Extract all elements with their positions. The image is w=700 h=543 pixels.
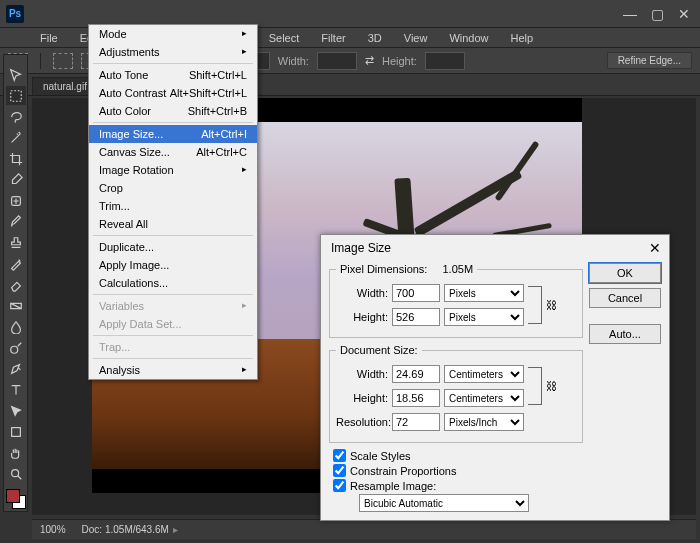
height-label: Height:	[382, 55, 417, 67]
eraser-tool-icon[interactable]	[6, 275, 26, 294]
resolution-input[interactable]	[392, 413, 440, 431]
document-size-group: Document Size: Width: Centimeters Height…	[329, 344, 583, 443]
constrain-checkbox[interactable]	[333, 464, 346, 477]
menu-item-crop[interactable]: Crop	[89, 179, 257, 197]
pixel-dimensions-label: Pixel Dimensions:	[340, 263, 427, 275]
menu-item-apply-image[interactable]: Apply Image...	[89, 256, 257, 274]
eyedropper-tool-icon[interactable]	[6, 170, 26, 189]
menu-item-trim[interactable]: Trim...	[89, 197, 257, 215]
marquee-rect-icon[interactable]	[53, 53, 73, 69]
window-controls: — ▢ ✕	[623, 7, 694, 21]
px-height-input[interactable]	[392, 308, 440, 326]
px-width-label: Width:	[336, 287, 388, 299]
px-width-input[interactable]	[392, 284, 440, 302]
wand-tool-icon[interactable]	[6, 128, 26, 147]
stamp-tool-icon[interactable]	[6, 233, 26, 252]
history-brush-tool-icon[interactable]	[6, 254, 26, 273]
menu-select[interactable]: Select	[261, 30, 308, 46]
maximize-button[interactable]: ▢	[651, 7, 664, 21]
menu-item-apply-data-set: Apply Data Set...	[89, 315, 257, 333]
px-link-icon[interactable]: ⛓	[546, 299, 556, 311]
type-tool-icon[interactable]	[6, 380, 26, 399]
path-select-tool-icon[interactable]	[6, 401, 26, 420]
blur-tool-icon[interactable]	[6, 317, 26, 336]
height-input[interactable]	[425, 52, 465, 70]
cancel-button[interactable]: Cancel	[589, 288, 661, 308]
doc-info-value: 1.05M/643.6M	[105, 524, 169, 535]
menu-item-image-rotation[interactable]: Image Rotation	[89, 161, 257, 179]
menu-3d[interactable]: 3D	[360, 30, 390, 46]
svg-point-3	[10, 346, 17, 353]
scale-styles-checkbox[interactable]	[333, 449, 346, 462]
doc-height-unit[interactable]: Centimeters	[444, 389, 524, 407]
svg-rect-0	[10, 90, 21, 101]
brush-tool-icon[interactable]	[6, 212, 26, 231]
resample-checkbox[interactable]	[333, 479, 346, 492]
svg-point-5	[11, 469, 18, 476]
menu-file[interactable]: File	[32, 30, 66, 46]
menu-item-reveal-all[interactable]: Reveal All	[89, 215, 257, 233]
close-button[interactable]: ✕	[678, 7, 690, 21]
gradient-tool-icon[interactable]	[6, 296, 26, 315]
px-link-bracket	[528, 286, 542, 324]
doc-link-icon[interactable]: ⛓	[546, 380, 556, 392]
pen-tool-icon[interactable]	[6, 359, 26, 378]
menu-item-duplicate[interactable]: Duplicate...	[89, 238, 257, 256]
hand-tool-icon[interactable]	[6, 443, 26, 462]
minimize-button[interactable]: —	[623, 7, 637, 21]
constrain-label: Constrain Proportions	[350, 465, 456, 477]
dialog-close-icon[interactable]: ✕	[649, 241, 661, 255]
toolbox	[3, 54, 28, 512]
zoom-tool-icon[interactable]	[6, 464, 26, 483]
color-swatch[interactable]	[6, 489, 26, 509]
resolution-label: Resolution:	[336, 416, 388, 428]
image-size-dialog: Image Size ✕ Pixel Dimensions: 1.05M Wid…	[320, 234, 670, 521]
image-menu-dropdown: Mode Adjustments Auto ToneShift+Ctrl+L A…	[88, 24, 258, 380]
px-height-unit[interactable]: Pixels	[444, 308, 524, 326]
width-label: Width:	[278, 55, 309, 67]
menu-item-auto-contrast[interactable]: Auto ContrastAlt+Shift+Ctrl+L	[89, 84, 257, 102]
swap-icon[interactable]: ⇄	[365, 54, 374, 67]
refine-edge-button[interactable]: Refine Edge...	[607, 52, 692, 69]
menu-item-analysis[interactable]: Analysis	[89, 361, 257, 379]
pixel-dimensions-group: Pixel Dimensions: 1.05M Width: Pixels He…	[329, 263, 583, 338]
menu-item-variables: Variables	[89, 297, 257, 315]
menu-item-mode[interactable]: Mode	[89, 25, 257, 43]
menu-view[interactable]: View	[396, 30, 436, 46]
zoom-level[interactable]: 100%	[40, 524, 66, 535]
doc-link-bracket	[528, 367, 542, 405]
menu-window[interactable]: Window	[441, 30, 496, 46]
width-input[interactable]	[317, 52, 357, 70]
resample-label: Resample Image:	[350, 480, 436, 492]
doc-height-input[interactable]	[392, 389, 440, 407]
crop-tool-icon[interactable]	[6, 149, 26, 168]
move-tool-icon[interactable]	[6, 65, 26, 84]
doc-width-unit[interactable]: Centimeters	[444, 365, 524, 383]
px-width-unit[interactable]: Pixels	[444, 284, 524, 302]
heal-tool-icon[interactable]	[6, 191, 26, 210]
app-logo: Ps	[6, 5, 24, 23]
auto-button[interactable]: Auto...	[589, 324, 661, 344]
menu-item-auto-color[interactable]: Auto ColorShift+Ctrl+B	[89, 102, 257, 120]
menu-help[interactable]: Help	[503, 30, 542, 46]
menu-item-canvas-size[interactable]: Canvas Size...Alt+Ctrl+C	[89, 143, 257, 161]
menu-filter[interactable]: Filter	[313, 30, 353, 46]
resample-method-select[interactable]: Bicubic Automatic	[359, 494, 529, 512]
menu-item-auto-tone[interactable]: Auto ToneShift+Ctrl+L	[89, 66, 257, 84]
doc-width-label: Width:	[336, 368, 388, 380]
marquee-tool-icon[interactable]	[6, 86, 26, 105]
resolution-unit[interactable]: Pixels/Inch	[444, 413, 524, 431]
doc-width-input[interactable]	[392, 365, 440, 383]
menu-item-calculations[interactable]: Calculations...	[89, 274, 257, 292]
ok-button[interactable]: OK	[589, 263, 661, 283]
dodge-tool-icon[interactable]	[6, 338, 26, 357]
shape-tool-icon[interactable]	[6, 422, 26, 441]
menu-item-adjustments[interactable]: Adjustments	[89, 43, 257, 61]
doc-info-label: Doc:	[82, 524, 103, 535]
status-bar: 100% Doc: 1.05M/643.6M	[32, 519, 696, 539]
px-height-label: Height:	[336, 311, 388, 323]
menu-item-trap: Trap...	[89, 338, 257, 356]
dialog-title: Image Size	[331, 241, 391, 255]
menu-item-image-size[interactable]: Image Size...Alt+Ctrl+I	[89, 125, 257, 143]
lasso-tool-icon[interactable]	[6, 107, 26, 126]
